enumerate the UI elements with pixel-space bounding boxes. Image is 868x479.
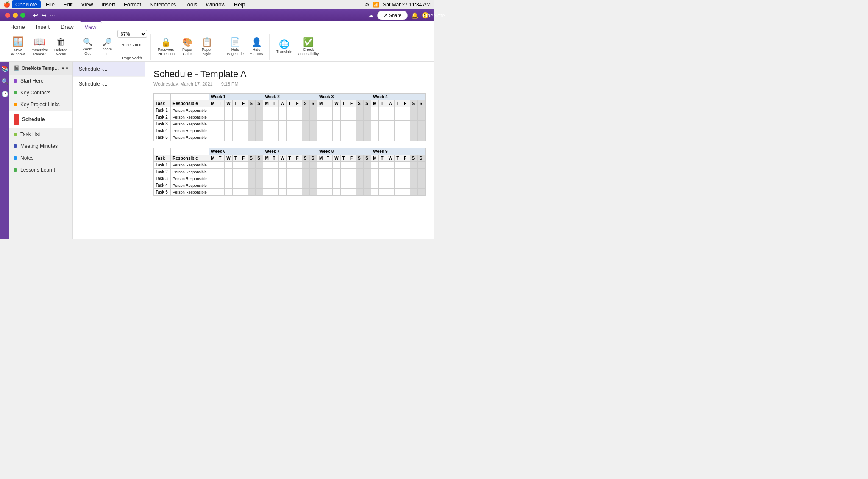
day-cell — [248, 182, 256, 189]
day-cell — [225, 107, 233, 114]
immersive-reader-button[interactable]: 📖 Immersive Reader — [28, 35, 51, 59]
notebook-header[interactable]: 📓 OneNote Template for Pr... ▾ ≡ — [9, 62, 72, 75]
day-cell — [287, 189, 294, 196]
day-cell — [410, 134, 417, 141]
day-cell — [263, 182, 271, 189]
hide-page-title-icon: 📄 — [230, 38, 241, 46]
day-cell — [209, 182, 217, 189]
menu-notebooks[interactable]: Notebooks — [146, 0, 179, 8]
check-accessibility-button[interactable]: ✅ Check Accessibility — [295, 35, 321, 59]
menu-tools[interactable]: Tools — [181, 0, 200, 8]
day-cell — [287, 127, 294, 134]
password-protection-button[interactable]: 🔒 Password Protection — [155, 35, 178, 59]
tab-insert[interactable]: Insert — [31, 22, 55, 32]
day-cell — [240, 127, 248, 134]
section-meeting-minutes[interactable]: Meeting Minutes — [9, 140, 72, 152]
menu-insert[interactable]: Insert — [98, 0, 119, 8]
menu-window[interactable]: Window — [203, 0, 229, 8]
undo-button[interactable]: ↩ — [33, 12, 38, 19]
tab-home[interactable]: Home — [5, 22, 30, 32]
new-window-button[interactable]: 🪟 New Window — [8, 35, 27, 59]
day-cell — [278, 107, 287, 114]
day-cell — [317, 114, 325, 121]
tab-view[interactable]: View — [80, 21, 102, 32]
menu-file[interactable]: File — [42, 0, 58, 8]
day-cell — [395, 121, 402, 127]
day-cell — [417, 121, 425, 127]
day-cell — [402, 134, 410, 141]
day-cell — [309, 182, 317, 189]
day-cell — [302, 114, 309, 121]
section-schedule[interactable]: Schedule — [9, 111, 72, 128]
menu-format[interactable]: Format — [120, 0, 145, 8]
task-label2: Task — [154, 155, 171, 162]
day-m2: M — [263, 100, 271, 107]
zoom-select[interactable]: 67% 100% 150% — [117, 30, 147, 38]
history-nav-icon[interactable]: 🕐 — [1, 91, 8, 97]
redo-button[interactable]: ↪ — [42, 12, 47, 19]
day-cell — [364, 175, 371, 182]
day-cell — [278, 162, 287, 169]
more-button[interactable]: ··· — [50, 12, 55, 19]
page-item-schedule-1[interactable]: Schedule -... — [73, 62, 145, 77]
day-cell — [271, 114, 278, 121]
paper-style-button[interactable]: 📋 Paper Style — [198, 35, 216, 59]
responsible-cell: Person Responsible — [171, 169, 209, 175]
day-cell — [333, 189, 341, 196]
day-cell — [232, 182, 240, 189]
day-cell — [225, 189, 233, 196]
day-cell — [356, 169, 364, 175]
page-item-schedule-2[interactable]: Schedule -... — [73, 77, 145, 91]
close-button[interactable] — [5, 13, 10, 18]
day-cell — [294, 121, 302, 127]
day-cell — [340, 162, 348, 169]
section-notes[interactable]: Notes — [9, 152, 72, 164]
day-cell — [387, 162, 395, 169]
day-cell — [263, 134, 271, 141]
menu-view[interactable]: View — [78, 0, 96, 8]
menu-onenote[interactable]: OneNote — [12, 0, 41, 8]
responsible-col-header2 — [171, 148, 209, 155]
section-key-project-links[interactable]: Key Project Links — [9, 99, 72, 111]
hide-page-title-button[interactable]: 📄 Hide Page Title — [224, 35, 246, 59]
notebook-nav-icon[interactable]: 📚 — [1, 65, 8, 72]
day-cell — [294, 162, 302, 169]
menu-help[interactable]: Help — [231, 0, 249, 8]
zoom-in-button[interactable]: 🔎 Zoom In — [98, 35, 117, 59]
section-key-contacts[interactable]: Key Contacts — [9, 87, 72, 99]
day-cell — [333, 182, 341, 189]
share-button[interactable]: ↗ Share — [377, 11, 408, 20]
day-cell — [217, 175, 225, 182]
reset-zoom-button[interactable]: Reset Zoom — [117, 39, 147, 51]
page-meta: Wednesday, March 17, 2021 9:18 PM — [153, 81, 426, 86]
apple-menu[interactable]: 🍎 — [3, 1, 10, 8]
day-cell — [325, 127, 333, 134]
day-cell — [209, 127, 217, 134]
deleted-notes-button[interactable]: 🗑 Deleted Notes — [52, 35, 70, 59]
day-cell — [271, 162, 278, 169]
fullscreen-button[interactable] — [20, 13, 25, 18]
section-lessons-learnt[interactable]: Lessons Learnt — [9, 164, 72, 176]
day-cell — [287, 182, 294, 189]
day-cell — [356, 134, 364, 141]
task-label: Task — [154, 100, 171, 107]
zoom-out-button[interactable]: 🔍 Zoom Out — [78, 35, 97, 59]
search-nav-icon[interactable]: 🔍 — [1, 78, 8, 85]
day-cell — [209, 134, 217, 141]
day-cell — [371, 121, 379, 127]
tab-draw[interactable]: Draw — [56, 22, 78, 32]
notebook-dropdown-icon[interactable]: ▾ — [62, 66, 64, 71]
section-start-here[interactable]: Start Here — [9, 75, 72, 87]
hide-authors-button[interactable]: 👤 Hide Authors — [247, 35, 266, 59]
day-cell — [410, 182, 417, 189]
day-cell — [379, 182, 387, 189]
translate-button[interactable]: 🌐 Translate — [274, 35, 295, 59]
notebook-sort-icon[interactable]: ≡ — [66, 66, 68, 71]
section-task-list[interactable]: Task List — [9, 128, 72, 140]
paper-color-button[interactable]: 🎨 Paper Color — [178, 35, 197, 59]
day-cell — [240, 114, 248, 121]
minimize-button[interactable] — [13, 13, 18, 18]
day-s7: S — [410, 100, 417, 107]
menu-edit[interactable]: Edit — [60, 0, 76, 8]
day-cell — [417, 175, 425, 182]
